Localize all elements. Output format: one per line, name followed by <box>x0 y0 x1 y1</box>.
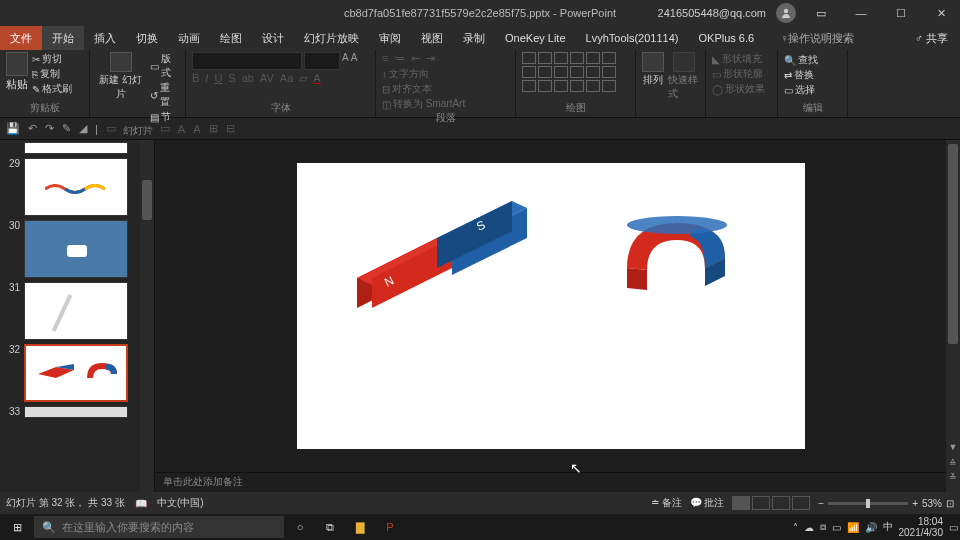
smartart-button[interactable]: ◫ 转换为 SmartArt <box>382 97 509 111</box>
thumbnail[interactable] <box>4 142 150 154</box>
bullets-icon[interactable]: ≡ <box>382 52 388 65</box>
reset-button[interactable]: ↺ 重置 <box>150 81 179 109</box>
meet-now-icon[interactable]: ⧈ <box>820 521 826 533</box>
vertical-scrollbar[interactable]: ▲ ▼ ≙ ≚ <box>946 140 960 492</box>
avatar[interactable] <box>776 3 796 23</box>
spacing-icon[interactable]: AV <box>260 72 274 85</box>
paste-button[interactable]: 粘贴 <box>6 52 28 92</box>
tab-animation[interactable]: 动画 <box>168 26 210 50</box>
bold-icon[interactable]: B <box>192 72 199 85</box>
numbering-icon[interactable]: ≔ <box>394 52 405 65</box>
shape-effects-button[interactable]: ◯ 形状效果 <box>712 82 771 96</box>
notes-button[interactable]: ≐ 备注 <box>651 496 682 510</box>
shape-gallery[interactable] <box>522 52 622 92</box>
cut-button[interactable]: ✂ 剪切 <box>32 52 72 66</box>
format-painter-button[interactable]: ✎ 格式刷 <box>32 82 72 96</box>
select-button[interactable]: ▭ 选择 <box>784 83 841 97</box>
taskbar-search[interactable]: 🔍 在这里输入你要搜索的内容 <box>34 516 284 538</box>
redo-icon[interactable]: ↷ <box>45 122 54 135</box>
volume-icon[interactable]: 🔊 <box>865 522 877 533</box>
decrease-font-icon[interactable]: A <box>351 52 358 70</box>
find-button[interactable]: 🔍 查找 <box>784 53 841 67</box>
shadow-icon[interactable]: ab <box>242 72 254 85</box>
indent-inc-icon[interactable]: ⇥ <box>426 52 435 65</box>
thumbnail-29[interactable]: 29 <box>4 158 150 216</box>
powerpoint-icon[interactable]: P <box>376 515 404 539</box>
brush-icon[interactable]: ✎ <box>62 122 71 135</box>
slideshow-view-button[interactable] <box>792 496 810 510</box>
font-color-icon[interactable]: A <box>313 72 320 85</box>
tab-okplus[interactable]: OKPlus 6.6 <box>689 26 765 50</box>
layout-button[interactable]: ▭ 版式 <box>150 52 179 80</box>
increase-font-icon[interactable]: A <box>342 52 349 70</box>
explorer-icon[interactable]: ▇ <box>346 515 374 539</box>
normal-view-button[interactable] <box>732 496 750 510</box>
underline-icon[interactable]: U <box>214 72 222 85</box>
tab-transition[interactable]: 切换 <box>126 26 168 50</box>
slide-canvas[interactable]: N S <box>155 140 946 472</box>
bar-magnet[interactable]: N S <box>327 183 527 313</box>
zoom-in-button[interactable]: + <box>912 498 918 509</box>
clock[interactable]: 18:04 2021/4/30 <box>899 516 944 538</box>
replace-button[interactable]: ⇄ 替换 <box>784 68 841 82</box>
scroll-down-icon[interactable]: ▼ <box>948 442 958 452</box>
battery-icon[interactable]: ▭ <box>832 522 841 533</box>
font-size-select[interactable] <box>304 52 340 70</box>
minimize-icon[interactable]: — <box>846 0 876 26</box>
comments-button[interactable]: 💬 批注 <box>690 496 725 510</box>
tray-chevron-icon[interactable]: ˄ <box>793 522 798 533</box>
qat-icon[interactable]: ⊟ <box>226 122 235 135</box>
highlight-icon[interactable]: ▱ <box>299 72 307 85</box>
thumbnail-pane[interactable]: 29 30 31 32 33 <box>0 140 155 492</box>
language-status[interactable]: 中文(中国) <box>157 496 204 510</box>
align-text-button[interactable]: ⊟ 对齐文本 <box>382 82 509 96</box>
zoom-slider[interactable] <box>828 502 908 505</box>
ribbon-options-icon[interactable]: ▭ <box>806 0 836 26</box>
tab-record[interactable]: 录制 <box>453 26 495 50</box>
cortana-icon[interactable]: ○ <box>286 515 314 539</box>
thumbnail-31[interactable]: 31 <box>4 282 150 340</box>
qat-icon[interactable]: A <box>178 123 185 135</box>
tab-insert[interactable]: 插入 <box>84 26 126 50</box>
tab-review[interactable]: 审阅 <box>369 26 411 50</box>
task-view-icon[interactable]: ⧉ <box>316 515 344 539</box>
onedrive-icon[interactable]: ☁ <box>804 522 814 533</box>
thumbnail-scrollbar[interactable] <box>140 140 154 492</box>
ime-icon[interactable]: 中 <box>883 520 893 534</box>
prev-slide-icon[interactable]: ≙ <box>948 458 958 468</box>
qat-icon[interactable]: ▭ <box>142 122 152 135</box>
eyedrop-icon[interactable]: ◢ <box>79 122 87 135</box>
maximize-icon[interactable]: ☐ <box>886 0 916 26</box>
zoom-out-button[interactable]: − <box>818 498 824 509</box>
undo-icon[interactable]: ↶ <box>28 122 37 135</box>
thumbnail-33[interactable]: 33 <box>4 406 150 418</box>
next-slide-icon[interactable]: ≚ <box>948 472 958 482</box>
new-slide-button[interactable]: 新建 幻灯片 <box>96 52 146 101</box>
notes-pane[interactable]: 单击此处添加备注 <box>155 472 946 492</box>
scrollbar-thumb[interactable] <box>948 144 958 344</box>
tab-draw[interactable]: 绘图 <box>210 26 252 50</box>
close-icon[interactable]: ✕ <box>926 0 956 26</box>
arrange-button[interactable]: 排列 <box>642 52 664 87</box>
strike-icon[interactable]: S <box>228 72 235 85</box>
thumbnail-32[interactable]: 32 <box>4 344 150 402</box>
indent-dec-icon[interactable]: ⇤ <box>411 52 420 65</box>
case-icon[interactable]: Aa <box>280 72 293 85</box>
horseshoe-magnet[interactable] <box>607 198 747 298</box>
qat-icon[interactable]: ▭ <box>160 122 170 135</box>
font-family-select[interactable] <box>192 52 302 70</box>
wifi-icon[interactable]: 📶 <box>847 522 859 533</box>
qat-icon[interactable]: ⊞ <box>209 122 218 135</box>
thumbnail-30[interactable]: 30 <box>4 220 150 278</box>
tab-file[interactable]: 文件 <box>0 26 42 50</box>
shape-outline-button[interactable]: ▭ 形状轮廓 <box>712 67 771 81</box>
share-button[interactable]: ♂ 共享 <box>903 31 960 46</box>
slide[interactable]: N S <box>297 163 805 449</box>
tab-slideshow[interactable]: 幻灯片放映 <box>294 26 369 50</box>
quick-style-button[interactable]: 快速样式 <box>668 52 699 101</box>
qat-icon[interactable]: A <box>193 123 200 135</box>
tab-onekey[interactable]: OneKey Lite <box>495 26 576 50</box>
zoom-value[interactable]: 53% <box>922 498 942 509</box>
notifications-icon[interactable]: ▭ <box>949 522 958 533</box>
text-direction-button[interactable]: ↕ 文字方向 <box>382 67 509 81</box>
